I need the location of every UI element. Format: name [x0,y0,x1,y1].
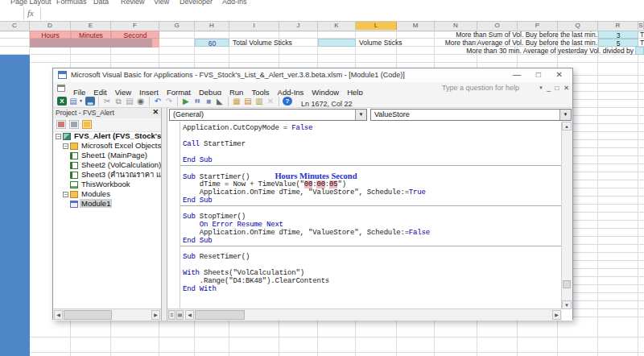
ribbon-tab-developer[interactable]: Developer [180,0,213,6]
ribbon-tab-review[interactable]: Review [121,0,145,6]
chevron-down-icon[interactable]: ▼ [355,110,366,120]
ribbon-tab-data[interactable]: Data [93,0,109,6]
tree-item-microsoft[interactable]: Microsoft Excel Objects [80,141,161,150]
chevron-down-icon[interactable]: ▼ [79,98,83,103]
full-module-view-icon[interactable]: ▤ [176,310,184,320]
procedure-dropdown[interactable]: ValueStore ▼ [370,109,572,121]
sheet-grid-bottom[interactable] [0,320,644,356]
tree-item-fvs_alert[interactable]: FVS_Alert (FVS_Stock's_Lis [72,131,161,140]
tree-item-modules[interactable]: Modules [80,189,112,198]
tree-item-module1[interactable]: Module1 [80,199,112,208]
tree-row[interactable]: Sheet3 (คำนวณราคา และ [53,170,161,180]
label-sum-rule[interactable]: More than Sum of Vol. Buy before the las… [421,31,597,39]
tree-row[interactable]: Sheet1 (MainPage) [53,151,161,160]
scroll-left-icon[interactable]: ◀ [185,310,194,320]
scroll-down-icon[interactable]: ▼ [562,300,572,309]
minimize-icon[interactable]: — [513,70,521,79]
code-editor[interactable]: Application.CutCopyMode = FalseCall Star… [180,122,562,309]
cell-s2-clipped[interactable]: T [640,31,644,39]
column-header-I[interactable]: I [229,22,279,30]
help-search-input[interactable]: Type a question for help [442,84,537,92]
tree-row[interactable]: Module1 [53,199,161,209]
scrollbar-thumb[interactable] [64,310,112,320]
toolbox-icon[interactable]: ✕ [265,96,276,106]
column-header-G[interactable]: G [159,22,195,30]
project-close-icon[interactable]: ✕ [152,108,159,116]
label-total-volume-sticks[interactable]: Total Volume Sticks [233,39,321,47]
scroll-right-icon[interactable]: ▶ [151,310,160,320]
chevron-down-icon[interactable]: ▼ [539,85,543,90]
tree-collapse-icon[interactable]: − [56,134,61,139]
column-header-K[interactable]: K [318,22,356,30]
vba-title-bar[interactable]: Microsoft Visual Basic for Applications … [53,68,572,82]
help-icon[interactable]: ? [283,97,292,106]
cell-average-rule-value[interactable]: 5 [598,39,638,47]
tree-item-sheet2[interactable]: Sheet2 (VolCalculation) [80,160,161,169]
cell-sum-rule-value[interactable]: 3 [598,31,638,39]
tree-row[interactable]: −Microsoft Excel Objects [53,141,161,151]
label-average-rule[interactable]: More than Average of Vol. Buy before the… [411,39,597,47]
column-header-R[interactable]: R [598,22,638,30]
tree-row[interactable]: ThisWorkbook [53,180,161,189]
pause-icon[interactable]: ▮▮ [192,96,203,106]
procedure-view-icon[interactable]: ≡ [168,310,175,320]
maximize-icon[interactable]: □ [536,70,541,79]
highlighted-column-c[interactable] [0,55,30,356]
scroll-left-icon[interactable]: ◀ [54,310,63,320]
name-box[interactable] [0,7,24,20]
column-header-E[interactable]: E [71,22,111,30]
mdi-close-icon[interactable]: ✕ [564,84,569,92]
tree-row[interactable]: Sheet2 (VolCalculation) [53,160,161,170]
undo-icon[interactable]: ↶ [152,96,163,106]
object-browser-icon[interactable]: ▥ [254,96,265,106]
ribbon-tab-view[interactable]: View [154,0,169,6]
column-header-C[interactable]: C [0,22,30,30]
tree-row[interactable]: −FVS_Alert (FVS_Stock's_Lis [53,131,161,141]
sheet-grid-right[interactable] [573,68,644,320]
cell-minutes[interactable]: Minutes [71,31,111,39]
scroll-up-icon[interactable]: ▲ [562,122,572,130]
paste-icon[interactable]: ▤ [124,96,135,106]
cell-volume-input[interactable] [318,39,356,47]
close-icon[interactable]: ✕ [556,70,563,79]
code-vertical-scrollbar[interactable]: ▲ ▼ [561,122,572,309]
mdi-restore-icon[interactable]: □ [555,84,559,92]
project-explorer-icon[interactable]: ▦ [231,96,242,106]
find-icon[interactable]: ◉ [135,96,147,106]
cell-hours[interactable]: Hours [30,31,71,39]
scrollbar-thumb[interactable] [563,280,571,288]
toggle-folders-icon[interactable] [82,120,92,129]
column-header-H[interactable]: H [195,22,229,30]
cell-s3-clipped[interactable]: T [640,39,644,47]
tree-item-thisworkbook[interactable]: ThisWorkbook [80,180,132,188]
column-header-Q[interactable]: Q [558,22,598,30]
column-header-J[interactable]: J [279,22,318,30]
scroll-right-icon[interactable]: ▶ [552,310,561,320]
object-dropdown[interactable]: (General) ▼ [169,109,367,121]
column-header-M[interactable]: M [397,22,435,30]
run-icon[interactable]: ▶ [180,96,192,106]
column-header-O[interactable]: O [477,22,518,30]
copy-icon[interactable]: ⧉ [113,96,124,106]
tree-row[interactable]: −Modules [53,189,161,199]
project-panel-header[interactable]: Project - FVS_Alert ✕ [53,108,161,119]
view-code-icon[interactable] [56,120,66,129]
chevron-down-icon[interactable]: ▼ [559,110,571,120]
view-object-icon[interactable] [69,120,79,129]
selected-range[interactable] [30,39,152,48]
code-horizontal-scrollbar[interactable]: ≡ ▤ ◀ ▶ [167,308,562,321]
tree-item-sheet1[interactable]: Sheet1 (MainPage) [80,151,149,159]
mdi-minimize-icon[interactable]: _ [547,84,551,92]
save-icon[interactable]: ▂ [85,97,95,106]
column-header-S[interactable]: S [638,22,644,30]
stop-icon[interactable]: ■ [203,96,214,106]
cut-icon[interactable]: ✂ [101,96,113,106]
scrollbar-thumb[interactable] [195,310,245,320]
cell-timer-seconds[interactable]: 60 [195,39,229,47]
tree-collapse-icon[interactable]: − [63,143,68,149]
pink-range-edge[interactable] [152,39,159,48]
excel-icon[interactable]: X [57,97,67,106]
design-mode-icon[interactable]: ◣ [214,96,225,106]
column-header-D[interactable]: D [30,22,71,30]
insert-object-icon[interactable]: ▤ [68,96,79,106]
